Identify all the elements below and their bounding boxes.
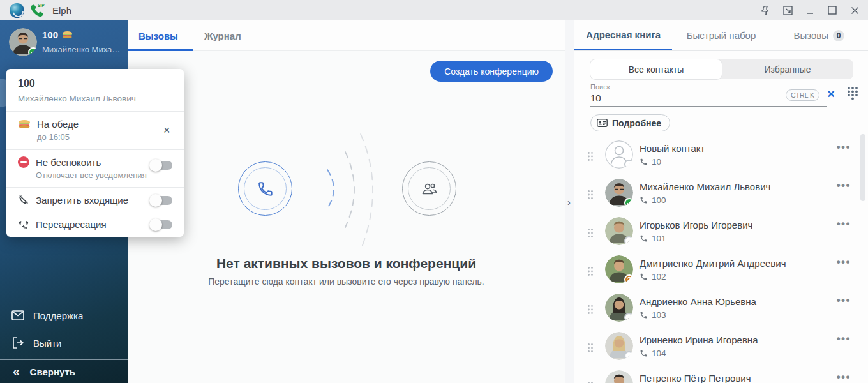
drag-handle-icon[interactable] [587, 228, 594, 241]
expand-panel-chevron-icon[interactable]: › [567, 197, 571, 207]
close-window-icon[interactable] [848, 3, 862, 17]
contact-menu-icon[interactable]: ••• [837, 294, 851, 307]
status-title: На обеде [37, 119, 79, 130]
details-button[interactable]: Подробнее [590, 114, 670, 131]
contacts-list: Новый контакт 10 ••• Михайленко Михаил Л… [574, 137, 860, 383]
sidebar-user-card[interactable]: 100 Михайленко Михаи… [0, 20, 128, 66]
forwarding-toggle[interactable] [151, 220, 172, 229]
main-tab-bar: Вызовы Журнал [128, 20, 565, 51]
user-status-badge-online [28, 47, 37, 56]
drag-handle-icon[interactable] [587, 343, 594, 356]
tab-journal[interactable]: Журнал [193, 20, 257, 51]
call-forward-icon [18, 220, 29, 230]
user-name-short: Михайленко Михаи… [42, 45, 123, 54]
contacts-filter-segmented: Все контакты Избранные [590, 59, 853, 79]
dnd-title: Не беспокоить [36, 157, 101, 168]
contact-row[interactable]: Игорьков Игорь Игоревич 101 ••• [574, 214, 860, 252]
phone-small-icon [640, 273, 648, 281]
maximize-window-icon[interactable] [825, 3, 839, 17]
sandwich-status-icon [18, 119, 31, 129]
sidebar-item-logout[interactable]: Выйти [0, 333, 128, 353]
right-panel: Адресная книга Быстрый набор Вызовы0 Все… [574, 20, 868, 383]
forwarding-title: Переадресация [36, 219, 107, 230]
people-icon [408, 167, 451, 210]
current-status-row[interactable]: На обеде до 16:05 × [6, 112, 184, 149]
clear-status-icon[interactable]: × [163, 126, 174, 136]
mail-icon [11, 309, 24, 322]
contact-menu-icon[interactable]: ••• [837, 256, 851, 269]
contact-row[interactable]: Новый контакт 10 ••• [574, 137, 860, 176]
avatar [605, 332, 633, 360]
empty-state-title: Нет активных вызовов и конференций [128, 256, 565, 271]
contact-row[interactable]: Михайленко Михаил Львович 100 ••• [574, 176, 860, 214]
contact-menu-icon[interactable]: ••• [837, 218, 851, 230]
main-area: Вызовы Журнал Создать конференцию Нет ак… [128, 20, 565, 383]
minimize-window-icon[interactable] [803, 3, 817, 17]
contact-row[interactable]: Ириненко Ирина Игоревна 104 ••• [574, 329, 860, 367]
avatar [605, 255, 633, 283]
contact-row[interactable]: Дмитриенко Дмитрий Андреевич 102 ••• [574, 252, 860, 290]
sound-waves-decoration [322, 124, 380, 255]
phone-small-icon [640, 196, 648, 204]
phone-small-icon [640, 158, 648, 166]
sip-phone-icon: SIP [29, 3, 46, 18]
phone-small-icon [640, 349, 648, 357]
tab-calls[interactable]: Вызовы [128, 20, 193, 51]
drag-handle-icon[interactable] [587, 304, 594, 317]
presence-badge-offline [624, 351, 633, 360]
right-panel-tab-bar: Адресная книга Быстрый набор Вызовы0 [574, 20, 868, 51]
logout-label: Выйти [33, 338, 61, 349]
logout-icon [11, 336, 24, 349]
block-incoming-toggle[interactable] [151, 196, 172, 205]
popup-full-name: Михайленко Михаил Львович [18, 94, 172, 103]
pin-window-icon[interactable] [758, 3, 772, 17]
active-call-placeholder [238, 161, 292, 216]
avatar [605, 294, 633, 322]
status-until: до 16:05 [37, 132, 172, 142]
create-conference-button[interactable]: Создать конференцию [430, 61, 553, 82]
contacts-scrollbar[interactable] [860, 134, 865, 201]
panel-resize-strip[interactable]: › [565, 20, 574, 383]
tab-calls-right[interactable]: Вызовы0 [770, 20, 868, 50]
user-extension: 100 [42, 29, 73, 40]
popout-window-icon[interactable] [781, 3, 795, 17]
empty-state-subtitle: Перетащите сюда контакт или вызовите его… [128, 276, 565, 287]
dialpad-icon[interactable] [846, 86, 859, 103]
segment-all-contacts[interactable]: Все контакты [590, 59, 722, 79]
user-status-popup: 100 Михайленко Михаил Львович На обеде д… [6, 69, 184, 237]
app-window: SIP Elph [0, 0, 868, 383]
title-bar: SIP Elph [0, 0, 868, 20]
drag-handle-icon[interactable] [587, 151, 594, 164]
avatar [605, 217, 633, 245]
drag-handle-icon[interactable] [587, 266, 594, 279]
collapse-chevrons-icon: « [13, 364, 20, 379]
window-title: Elph [52, 5, 71, 16]
tab-address-book[interactable]: Адресная книга [574, 20, 672, 50]
sidebar-collapse-button[interactable]: « Свернуть [0, 360, 128, 383]
segment-favorites[interactable]: Избранные [722, 59, 853, 79]
contact-menu-icon[interactable]: ••• [837, 179, 851, 192]
drag-handle-icon[interactable] [587, 190, 594, 202]
avatar [605, 179, 633, 207]
do-not-disturb-icon [18, 156, 29, 168]
sidebar-item-support[interactable]: Поддержка [0, 305, 128, 326]
presence-badge-away [624, 274, 633, 283]
phone-icon [244, 167, 287, 210]
contact-menu-icon[interactable]: ••• [837, 333, 851, 345]
forwarding-row: Переадресация [6, 213, 184, 237]
clear-search-icon[interactable]: × [827, 88, 835, 100]
block-incoming-row: Запретить входящие [6, 188, 184, 213]
contact-row[interactable]: Петренко Пётр Петрович ••• [574, 367, 860, 383]
contact-row[interactable]: Андриенко Анна Юрьевна 103 ••• [574, 290, 860, 329]
dnd-row: Не беспокоить Отключает все уведомления [6, 150, 184, 187]
dnd-toggle[interactable] [151, 161, 172, 170]
tab-speed-dial[interactable]: Быстрый набор [672, 20, 770, 50]
svg-text:SIP: SIP [38, 3, 45, 8]
contact-menu-icon[interactable]: ••• [837, 371, 851, 383]
sandwich-status-icon [62, 31, 73, 39]
calls-count-badge: 0 [833, 30, 844, 41]
presence-badge-online [624, 198, 633, 207]
support-label: Поддержка [33, 310, 83, 321]
contact-menu-icon[interactable]: ••• [837, 141, 851, 154]
user-avatar [9, 28, 37, 56]
